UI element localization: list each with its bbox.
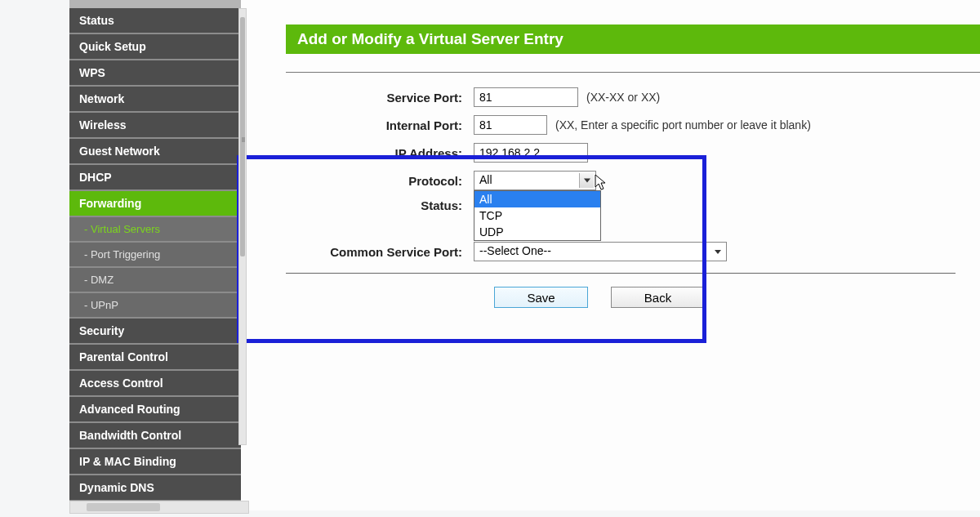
sidebar-item-access-control[interactable]: Access Control	[69, 371, 241, 397]
row-common-service-port: Common Service Port: --Select One--	[286, 242, 972, 261]
sidebar-item-ip-mac-binding[interactable]: IP & MAC Binding	[69, 449, 241, 475]
row-internal-port: Internal Port: (XX, Enter a specific por…	[286, 115, 972, 135]
sidebar-item-dynamic-dns[interactable]: Dynamic DNS	[69, 475, 241, 501]
select-common-service-port-value: --Select One--	[479, 244, 551, 257]
label-internal-port: Internal Port:	[286, 118, 474, 132]
sidebar-item-dhcp[interactable]: DHCP	[69, 165, 241, 191]
sidebar-sub-virtual-servers[interactable]: - Virtual Servers	[69, 217, 241, 243]
select-common-service-port[interactable]: --Select One--	[474, 242, 727, 261]
horizontal-scrollbar[interactable]	[69, 501, 249, 514]
sidebar-sub-dmz[interactable]: - DMZ	[69, 268, 241, 293]
chevron-down-icon	[715, 250, 721, 254]
chevron-down-icon[interactable]	[579, 173, 594, 188]
select-protocol-display[interactable]: All	[474, 171, 596, 190]
scrollbar-grip-icon	[242, 137, 245, 142]
sidebar-item-parental-control[interactable]: Parental Control	[69, 345, 241, 371]
sidebar-item-bandwidth-control[interactable]: Bandwidth Control	[69, 423, 241, 449]
input-internal-port[interactable]	[474, 115, 547, 135]
sidebar-item-forwarding[interactable]: Forwarding	[69, 191, 241, 217]
option-udp[interactable]: UDP	[474, 224, 600, 240]
sidebar-top-gap	[69, 0, 241, 8]
sidebar-item-status[interactable]: Status	[69, 8, 241, 34]
input-ip-address[interactable]	[474, 143, 588, 163]
divider-top	[286, 72, 980, 73]
form: Service Port: (XX-XX or XX) Internal Por…	[286, 87, 972, 308]
option-all[interactable]: All	[474, 191, 600, 207]
label-protocol: Protocol:	[286, 174, 474, 188]
row-protocol: Protocol: All All TCP UDP	[286, 171, 972, 190]
sidebar-item-advanced-routing[interactable]: Advanced Routing	[69, 397, 241, 423]
select-protocol[interactable]: All All TCP UDP	[474, 171, 596, 190]
sidebar-item-wps[interactable]: WPS	[69, 60, 241, 87]
label-common-service-port: Common Service Port:	[286, 245, 474, 259]
button-row: Save Back	[494, 287, 972, 308]
app-frame: Status Quick Setup WPS Network Wireless …	[69, 0, 980, 510]
select-protocol-value: All	[479, 173, 492, 186]
page-title: Add or Modify a Virtual Server Entry	[286, 25, 980, 54]
row-ip-address: IP Address:	[286, 143, 972, 163]
horizontal-scrollbar-thumb[interactable]	[87, 503, 160, 511]
label-status: Status:	[286, 198, 474, 212]
save-button[interactable]: Save	[494, 287, 588, 308]
mouse-cursor-icon	[595, 174, 608, 192]
sidebar-sub-upnp[interactable]: - UPnP	[69, 293, 241, 319]
sidebar-item-quick-setup[interactable]: Quick Setup	[69, 34, 241, 60]
sidebar-list[interactable]: Status Quick Setup WPS Network Wireless …	[69, 8, 241, 510]
content-area: Add or Modify a Virtual Server Entry Ser…	[241, 0, 980, 510]
row-service-port: Service Port: (XX-XX or XX)	[286, 87, 972, 107]
option-tcp[interactable]: TCP	[474, 207, 600, 224]
input-service-port[interactable]	[474, 87, 578, 107]
hint-internal-port: (XX, Enter a specific port number or lea…	[555, 118, 811, 131]
sidebar-sub-port-triggering[interactable]: - Port Triggering	[69, 243, 241, 268]
dropdown-protocol-options[interactable]: All TCP UDP	[474, 190, 601, 241]
label-service-port: Service Port:	[286, 91, 474, 105]
sidebar: Status Quick Setup WPS Network Wireless …	[69, 0, 241, 510]
sidebar-item-network[interactable]: Network	[69, 87, 241, 113]
sidebar-item-security[interactable]: Security	[69, 319, 241, 345]
sidebar-item-wireless[interactable]: Wireless	[69, 113, 241, 139]
label-ip-address: IP Address:	[286, 146, 474, 160]
divider-mid	[286, 273, 956, 274]
hint-service-port: (XX-XX or XX)	[586, 91, 660, 104]
sidebar-scrollbar[interactable]	[238, 8, 247, 445]
row-status: Status:	[286, 198, 972, 212]
sidebar-item-guest-network[interactable]: Guest Network	[69, 139, 241, 165]
back-button[interactable]: Back	[611, 287, 705, 308]
scrollbar-thumb[interactable]	[240, 17, 245, 256]
